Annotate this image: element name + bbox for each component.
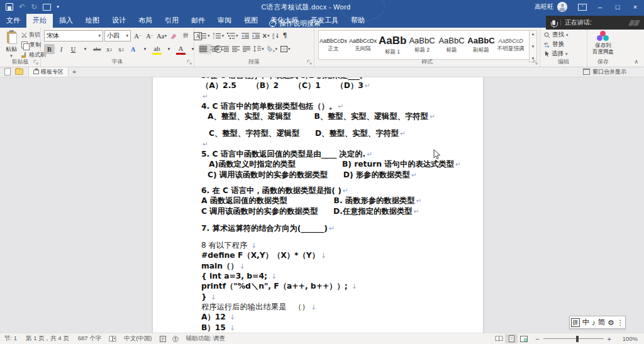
text-effects-dropdown-icon[interactable]: ▾ [140, 44, 150, 54]
find-button[interactable]: 查找▾ [544, 31, 569, 39]
sort-button[interactable]: AZ [272, 33, 279, 39]
strikethrough-button[interactable]: abc [92, 44, 103, 54]
grow-font-button[interactable]: Aˆ [132, 31, 143, 41]
ribbon-tab[interactable]: 审阅 [211, 13, 238, 28]
style-card[interactable]: AaBbCcDx 正文 [319, 31, 348, 59]
ime-sound-icon[interactable]: ♪ [592, 319, 596, 326]
multilevel-list-button[interactable]: ▾ [227, 33, 238, 39]
open-folder-icon[interactable] [15, 69, 23, 75]
ribbon-tab[interactable]: 设计 [106, 13, 132, 28]
superscript-button[interactable]: x2 [116, 44, 126, 54]
ribbon-tab[interactable]: 插入 [53, 13, 79, 28]
new-document-icon[interactable] [4, 68, 11, 75]
borders-button[interactable]: ▾ [280, 46, 291, 52]
font-size-combo[interactable]: 小四▾ [104, 30, 131, 42]
ribbon-tab[interactable]: 邮件 [185, 13, 211, 28]
select-button[interactable]: 选择▾ [544, 50, 568, 58]
ribbon-tab[interactable]: 开始 [26, 13, 53, 28]
avatar[interactable] [557, 2, 567, 12]
ime-more-icon[interactable]: ⋮ [617, 318, 625, 327]
asian-layout-button[interactable]: X▾ [263, 32, 270, 39]
align-center-button[interactable] [211, 46, 218, 52]
gallery-down-icon[interactable]: ▼ [531, 45, 535, 48]
underline-dropdown-icon[interactable]: ▾ [80, 44, 91, 54]
ime-settings-icon[interactable]: ⚙ [608, 318, 614, 327]
numbering-button[interactable]: ▾ [213, 33, 225, 39]
ime-pinyin-icon[interactable]: 拼 [571, 318, 580, 327]
underline-button[interactable]: U [68, 44, 79, 54]
subscript-button[interactable]: x2 [104, 44, 114, 54]
change-case-button[interactable]: Aa▾ [156, 31, 167, 41]
style-card[interactable]: AaBbC 副标题 [467, 31, 496, 59]
distribute-button[interactable] [243, 46, 250, 52]
zoom-percentage[interactable]: 100% [616, 335, 644, 342]
align-left-button[interactable] [232, 46, 240, 52]
text-effects-button[interactable]: A [128, 44, 138, 54]
align-justify-button[interactable] [199, 45, 208, 53]
zoom-slider-thumb[interactable] [576, 336, 579, 342]
section-indicator[interactable]: 节: 1 [0, 335, 21, 343]
ime-simplified-icon[interactable]: 简 [598, 318, 606, 327]
save-to-baidu-button[interactable]: 保存到 百度网盘 [591, 31, 615, 55]
minimize-button[interactable]: – [591, 0, 609, 14]
zoom-in-icon[interactable]: + [608, 335, 611, 343]
page-indicator[interactable]: 第 1 页，共 4 页 [21, 335, 74, 343]
save-icon[interactable] [6, 3, 13, 11]
ribbon-tab[interactable]: 布局 [132, 13, 158, 28]
ribbon-tab[interactable]: 视图 [238, 13, 264, 28]
font-name-combo[interactable]: 宋体▾ [44, 30, 103, 42]
microphone-icon[interactable] [552, 20, 555, 25]
undo-icon[interactable]: ↶ [19, 0, 25, 14]
bullets-button[interactable]: ▾ [199, 33, 210, 39]
focus-icon[interactable] [157, 336, 169, 342]
style-card[interactable]: AaBbC 标题 [437, 31, 467, 59]
highlight-dropdown-icon[interactable]: ▾ [164, 44, 174, 54]
highlight-button[interactable]: ab [152, 44, 162, 54]
italic-button[interactable]: I [56, 44, 67, 54]
style-card[interactable]: AaBbC 标题 1 [378, 31, 408, 59]
accessibility-icon[interactable] [169, 336, 182, 342]
phonetic-guide-button[interactable]: 拼 [180, 31, 191, 41]
redo-icon[interactable]: ↻ [31, 0, 37, 14]
account-name[interactable]: 高旺旺 [531, 3, 557, 11]
print-layout-icon[interactable] [505, 334, 518, 343]
ribbon-tab[interactable]: 引用 [158, 13, 185, 28]
collapse-ribbon-icon[interactable]: ∧ [634, 58, 638, 65]
shading-button[interactable]: ▾ [267, 46, 278, 52]
accessibility-status[interactable]: 辅助功能: 调查 [182, 335, 230, 343]
new-tab-icon[interactable]: + [72, 68, 76, 75]
shrink-font-button[interactable]: Aˇ [144, 31, 155, 41]
tell-me-search[interactable]: 操作说明搜索 [263, 14, 327, 33]
paragraph-dialog-launcher-icon[interactable] [307, 60, 313, 65]
replace-button[interactable]: ab 替换 [544, 40, 564, 48]
word-count[interactable]: 687 个字 [74, 335, 106, 343]
ime-language-mode[interactable]: 中 [582, 318, 590, 327]
touch-mode-icon[interactable] [43, 4, 51, 11]
line-spacing-button[interactable]: ▾ [253, 46, 264, 52]
increase-indent-button[interactable] [252, 33, 260, 39]
merge-windows-toggle[interactable]: 窗口合并显示 [583, 68, 626, 76]
font-dialog-launcher-icon[interactable] [187, 60, 192, 65]
qat-more-icon[interactable]: ▾ [57, 0, 59, 14]
style-card[interactable]: AaBbC 标题 2 [408, 31, 437, 59]
ribbon-tab[interactable]: 文件 [0, 13, 26, 28]
bold-button[interactable]: B [44, 44, 55, 54]
font-color-button[interactable]: A [175, 44, 186, 54]
gallery-up-icon[interactable]: ▲ [531, 32, 535, 36]
styles-dialog-launcher-icon[interactable] [533, 60, 538, 65]
close-button[interactable]: × [626, 0, 644, 14]
zoom-out-icon[interactable]: − [535, 335, 539, 343]
clear-formatting-button[interactable] [169, 31, 179, 41]
web-layout-icon[interactable] [518, 334, 530, 343]
style-card[interactable]: AaBbCcDx 无间隔 [348, 31, 378, 59]
ribbon-display-options-icon[interactable]: ⌃ [574, 0, 591, 14]
template-zone-tab[interactable]: 模板专区 [28, 67, 69, 77]
zoom-slider[interactable] [543, 338, 604, 339]
align-right-button[interactable] [221, 46, 229, 52]
language-indicator[interactable]: 中文(中国) [119, 335, 156, 343]
proofing-icon[interactable] [106, 336, 119, 342]
clipboard-dialog-launcher-icon[interactable] [33, 60, 39, 65]
ribbon-tab[interactable]: 绘图 [79, 13, 106, 28]
read-mode-icon[interactable] [492, 334, 505, 343]
maximize-button[interactable]: □ [609, 0, 626, 14]
